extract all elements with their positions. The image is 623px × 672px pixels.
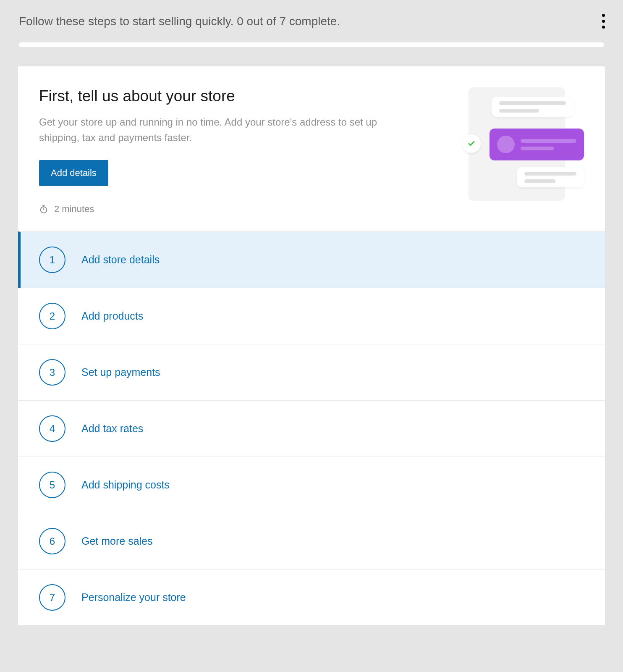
step-item-personalize-your-store[interactable]: 7 Personalize your store [18, 569, 605, 625]
card-header: First, tell us about your store Get your… [18, 66, 605, 231]
stopwatch-icon [39, 205, 48, 214]
header-instruction: Follow these steps to start selling quic… [19, 15, 340, 28]
onboarding-illustration [450, 87, 584, 201]
step-label: Personalize your store [81, 591, 186, 604]
step-item-add-store-details[interactable]: 1 Add store details [18, 231, 605, 288]
step-label: Add shipping costs [81, 479, 170, 491]
kebab-menu-icon[interactable] [599, 10, 608, 32]
step-label: Add products [81, 310, 143, 322]
onboarding-header: Follow these steps to start selling quic… [0, 0, 623, 42]
step-label: Get more sales [81, 535, 153, 547]
add-details-button[interactable]: Add details [39, 160, 108, 186]
step-number: 2 [39, 303, 65, 329]
checkmark-icon [462, 134, 481, 153]
step-label: Add store details [81, 254, 160, 266]
step-label: Set up payments [81, 366, 160, 378]
time-estimate: 2 minutes [39, 204, 400, 215]
onboarding-card: First, tell us about your store Get your… [18, 66, 605, 626]
step-number: 4 [39, 415, 65, 442]
step-number: 5 [39, 472, 65, 498]
card-subtitle: Get your store up and running in no time… [39, 114, 400, 145]
step-item-get-more-sales[interactable]: 6 Get more sales [18, 513, 605, 569]
step-item-add-products[interactable]: 2 Add products [18, 288, 605, 344]
step-number: 3 [39, 359, 65, 386]
card-title: First, tell us about your store [39, 87, 400, 105]
step-list: 1 Add store details 2 Add products 3 Set… [18, 231, 605, 625]
time-estimate-label: 2 minutes [54, 204, 94, 215]
step-number: 1 [39, 247, 65, 273]
step-item-set-up-payments[interactable]: 3 Set up payments [18, 344, 605, 400]
step-number: 6 [39, 528, 65, 554]
step-item-add-shipping-costs[interactable]: 5 Add shipping costs [18, 457, 605, 513]
step-item-add-tax-rates[interactable]: 4 Add tax rates [18, 400, 605, 457]
progress-bar [19, 42, 604, 47]
step-label: Add tax rates [81, 423, 143, 435]
step-number: 7 [39, 584, 65, 611]
